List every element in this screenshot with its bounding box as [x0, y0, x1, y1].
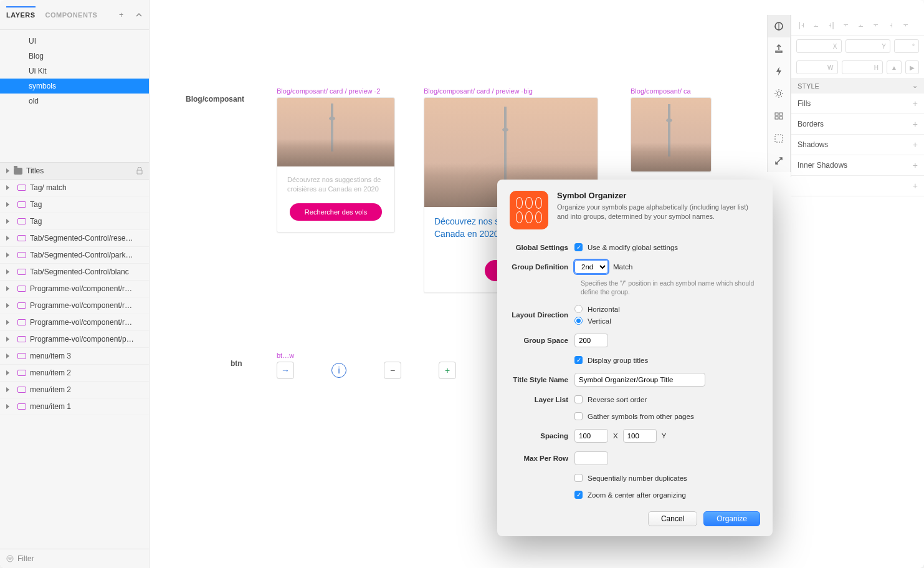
- add-inner-shadow-icon[interactable]: +: [913, 160, 918, 170]
- extra-section: +: [791, 176, 924, 196]
- cancel-button[interactable]: Cancel: [648, 511, 697, 526]
- artboard-label-3[interactable]: Blog/composant/ ca: [631, 87, 691, 95]
- layer-label: Tag/ match: [30, 183, 67, 192]
- reverse-sort-checkbox[interactable]: [574, 395, 583, 403]
- max-per-row-input[interactable]: [574, 451, 608, 465]
- horizontal-radio[interactable]: [574, 305, 583, 313]
- layer-row[interactable]: menu/item 3: [0, 348, 149, 365]
- bolt-icon[interactable]: [768, 60, 790, 82]
- y-field[interactable]: Y: [845, 39, 891, 53]
- group-definition-label: Group Definition: [510, 263, 574, 271]
- shadows-section[interactable]: Shadows+: [791, 135, 924, 155]
- layer-label: Programme-vol/component/p…: [30, 335, 134, 344]
- page-item-old[interactable]: old: [0, 94, 149, 108]
- layer-row[interactable]: Tab/Segmented-Control/rese…: [0, 230, 149, 247]
- resize-icon[interactable]: [768, 150, 790, 172]
- card-preview-3[interactable]: [631, 97, 712, 172]
- collapse-icon[interactable]: [135, 9, 143, 21]
- page-item-uikit[interactable]: Ui Kit: [0, 64, 149, 79]
- layout-icon[interactable]: [768, 105, 790, 127]
- vertical-radio[interactable]: [574, 317, 583, 325]
- select-icon[interactable]: [768, 127, 790, 150]
- page-item-blog[interactable]: Blog: [0, 49, 149, 64]
- x-field[interactable]: X: [796, 39, 842, 53]
- tab-components[interactable]: COMPONENTS: [45, 7, 98, 22]
- group-space-input[interactable]: [574, 334, 608, 347]
- add-page-icon[interactable]: +: [117, 9, 125, 21]
- layer-row[interactable]: Programme-vol/component/r…: [0, 281, 149, 297]
- gear-icon[interactable]: [768, 82, 790, 105]
- btn-arrow[interactable]: →: [277, 362, 294, 379]
- symbol-organizer-dialog: Symbol Organizer Organize your symbols p…: [497, 180, 773, 536]
- title-style-input[interactable]: [574, 373, 705, 387]
- page-item-symbols[interactable]: symbols: [0, 79, 149, 94]
- layer-row[interactable]: menu/item 2: [0, 365, 149, 382]
- align-left-icon[interactable]: |⫞: [794, 19, 809, 31]
- align-bottom-icon[interactable]: ⫟: [869, 19, 884, 31]
- layer-row[interactable]: Programme-vol/component/p…: [0, 331, 149, 348]
- card-button[interactable]: Rechercher des vols: [290, 203, 382, 221]
- zoom-center-checkbox[interactable]: [574, 491, 583, 499]
- layer-row[interactable]: menu/item 2: [0, 382, 149, 398]
- align-top-icon[interactable]: ⫟: [839, 19, 854, 31]
- gather-symbols-checkbox[interactable]: [574, 412, 583, 420]
- h-field[interactable]: H: [842, 60, 884, 74]
- fills-section[interactable]: Fills+: [791, 94, 924, 114]
- artboard-label-1[interactable]: Blog/composant/ card / preview -2: [277, 87, 380, 95]
- symbol-icon: [17, 235, 26, 241]
- artboard-label-2[interactable]: Blog/composant/ card / preview -big: [424, 87, 533, 95]
- use-global-label: Use & modify global settings: [588, 244, 678, 251]
- align-middle-icon[interactable]: ⫠: [854, 19, 869, 31]
- layer-row[interactable]: Tag: [0, 213, 149, 230]
- layer-row[interactable]: Programme-vol/component/r…: [0, 314, 149, 331]
- spacing-y-input[interactable]: [623, 429, 657, 443]
- rotation-field[interactable]: °: [894, 39, 919, 53]
- group-definition-select[interactable]: 2nd: [574, 260, 608, 274]
- svg-rect-8: [779, 117, 783, 119]
- align-center-icon[interactable]: ⫠: [809, 19, 824, 31]
- align-controls: |⫞ ⫠ ⫞| ⫟ ⫠ ⫟ ⫞ ⫟: [791, 15, 924, 36]
- disclosure-icon: [6, 337, 11, 342]
- spacing-x-input[interactable]: [574, 429, 608, 443]
- layer-row[interactable]: Tab/Segmented-Control/park…: [0, 247, 149, 264]
- btn-minus[interactable]: −: [384, 362, 401, 379]
- card-text: Découvrez nos suggestions de croisières …: [287, 175, 384, 195]
- filter-bar[interactable]: Filter: [0, 549, 149, 568]
- layer-row[interactable]: Programme-vol/component/r…: [0, 297, 149, 314]
- export-icon[interactable]: [768, 37, 790, 60]
- page-item-ui[interactable]: UI: [0, 34, 149, 49]
- w-field[interactable]: W: [796, 60, 838, 74]
- layer-group-titles[interactable]: Titles: [0, 163, 149, 180]
- layer-row[interactable]: Tab/Segmented-Control/blanc: [0, 264, 149, 281]
- add-shadow-icon[interactable]: +: [913, 140, 918, 150]
- btn-plus[interactable]: +: [439, 362, 456, 379]
- inner-shadows-section[interactable]: Inner Shadows+: [791, 155, 924, 176]
- card-image: [277, 98, 394, 166]
- layer-row[interactable]: menu/item 1: [0, 398, 149, 415]
- flip-v-icon[interactable]: ▶: [905, 60, 919, 74]
- distribute-h-icon[interactable]: ⫞: [884, 19, 898, 31]
- btn-label[interactable]: bt…w: [277, 352, 294, 359]
- card-preview-2[interactable]: Découvrez nos suggestions de croisières …: [277, 97, 395, 233]
- disclosure-icon: [6, 202, 11, 207]
- borders-section[interactable]: Borders+: [791, 114, 924, 135]
- add-border-icon[interactable]: +: [913, 119, 918, 129]
- spacing-y-label: Y: [662, 432, 667, 440]
- organize-button[interactable]: Organize: [703, 511, 760, 526]
- seq-number-checkbox[interactable]: [574, 474, 583, 482]
- distribute-v-icon[interactable]: ⫟: [898, 19, 913, 31]
- flip-h-icon[interactable]: ▲: [887, 60, 902, 74]
- add-fill-icon[interactable]: +: [913, 99, 918, 108]
- layer-row[interactable]: Tag/ match: [0, 180, 149, 196]
- btn-info[interactable]: i: [331, 363, 346, 378]
- add-icon[interactable]: +: [913, 181, 918, 191]
- tab-layers[interactable]: LAYERS: [6, 6, 36, 22]
- use-global-checkbox[interactable]: [574, 243, 583, 251]
- folder-icon: [14, 168, 22, 175]
- layer-row[interactable]: Tag: [0, 196, 149, 213]
- svg-point-0: [7, 556, 13, 562]
- plugin-icon[interactable]: [768, 15, 790, 37]
- display-titles-checkbox[interactable]: [574, 356, 583, 364]
- align-right-icon[interactable]: ⫞|: [824, 19, 839, 31]
- chevron-down-icon[interactable]: ⌄: [912, 82, 918, 90]
